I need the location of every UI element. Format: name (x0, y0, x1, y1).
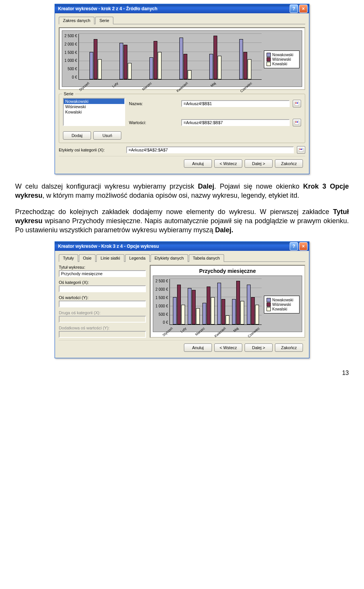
chart-bar (124, 45, 127, 79)
x-category-labels-label: Etykiety osi kategorii (X): (59, 148, 123, 152)
range-picker-icon[interactable] (297, 146, 305, 154)
svg-rect-1 (295, 102, 297, 104)
x-axis-field[interactable] (59, 285, 146, 292)
close-button[interactable]: × (299, 242, 308, 250)
tabs: Tytuły Osie Linie siatki Legenda Etykiet… (59, 254, 305, 262)
chart-preview: Przychody miesięczne 2 500 € 2 000 € 1 5… (150, 265, 305, 338)
chart-plot-area (78, 34, 262, 80)
tab-data-range[interactable]: Zakres danych (59, 17, 94, 24)
tab-data-labels[interactable]: Etykiety danych (151, 254, 188, 262)
body-paragraph: Przechodząc do kolejnych zakładek dodaje… (15, 207, 349, 235)
chart-plot-area (169, 279, 262, 325)
x-axis-labels: StyczeńLutyMarzecKwiecieńMajCzerwiec (155, 326, 262, 330)
next-button[interactable]: Dalej > (245, 343, 273, 352)
chart-bar (192, 290, 196, 324)
cancel-button[interactable]: Anuluj (184, 159, 212, 168)
add-button[interactable]: Dodaj (63, 131, 91, 140)
chart-bar (177, 285, 181, 325)
x-axis2-field (59, 316, 146, 323)
x-axis-label: Oś kategorii (X): (59, 280, 146, 285)
y-axis-ticks: 2 500 € 2 000 € 1 500 € 1 000 € 500 € 0 … (155, 279, 169, 324)
chart-bar (188, 70, 191, 79)
cancel-button[interactable]: Anuluj (184, 343, 212, 352)
tabs: Zakres danych Serie (59, 16, 305, 24)
tab-gridlines[interactable]: Linie siatki (96, 254, 124, 262)
chart-preview-title: Przychody miesięczne (153, 268, 302, 274)
body-paragraph: W celu dalszej konfiguracji wykresu wybi… (15, 182, 349, 200)
next-button[interactable]: Dalej > (245, 159, 273, 168)
tab-series[interactable]: Serie (95, 17, 113, 24)
help-button[interactable]: ? (290, 5, 298, 13)
series-list-item[interactable]: Wiśniewski (64, 104, 124, 109)
series-list-item[interactable]: Nowakowski (64, 99, 124, 104)
chart-bar (221, 299, 225, 324)
back-button[interactable]: < Wstecz (214, 343, 242, 352)
chart-bar (98, 59, 102, 79)
chart-bar (248, 59, 251, 79)
chart-bar (240, 301, 244, 324)
tab-legend[interactable]: Legenda (125, 254, 150, 262)
tab-axes[interactable]: Osie (79, 254, 96, 262)
range-picker-icon[interactable] (293, 100, 301, 107)
chart-bar (188, 288, 191, 324)
close-button[interactable]: × (299, 5, 308, 13)
chart-bar (154, 41, 157, 79)
chart-legend: Nowakowski Wiśniewski Kowalski (264, 296, 300, 313)
chart-bar (236, 281, 240, 324)
chart-bar (226, 315, 229, 324)
range-picker-icon[interactable] (293, 119, 301, 126)
chart-bar (209, 54, 213, 79)
svg-rect-8 (301, 149, 302, 150)
series-listbox[interactable]: NowakowskiWiśniewskiKowalski (63, 98, 125, 126)
finish-button[interactable]: Zakończ (275, 343, 303, 352)
series-groupbox: Serie NowakowskiWiśniewskiKowalski Dodaj… (59, 94, 305, 143)
dialog-title: Kreator wykresów - Krok 3 z 4 - Opcje wy… (58, 244, 159, 249)
chart-bar (207, 287, 210, 325)
values-label: Wartości: (129, 120, 178, 125)
dialog-footer: Anuluj < Wstecz Dalej > Zakończ (59, 156, 305, 171)
y-axis-field[interactable] (59, 301, 146, 307)
chart-bar (179, 38, 183, 79)
values-field[interactable] (181, 119, 290, 126)
chart-bar (213, 36, 217, 79)
page-number: 13 (15, 370, 349, 376)
chart-bar (173, 297, 177, 324)
chart-bar (243, 52, 247, 79)
dialog-footer: Anuluj < Wstecz Dalej > Zakończ (59, 340, 305, 355)
finish-button[interactable]: Zakończ (275, 159, 303, 168)
chart-bar (128, 63, 132, 79)
dialog-title: Kreator wykresów - krok 2 z 4 - Źródło d… (58, 6, 157, 11)
titlebar: Kreator wykresów - Krok 3 z 4 - Opcje wy… (55, 242, 309, 251)
help-button[interactable]: ? (290, 242, 298, 250)
svg-rect-4 (295, 121, 297, 123)
chart-bar (119, 43, 123, 79)
chart-bar (255, 305, 259, 325)
chart-wizard-step2-dialog: Kreator wykresów - krok 2 z 4 - Źródło d… (55, 4, 309, 174)
name-field[interactable] (181, 100, 290, 107)
x-axis-labels: StyczeńLutyMarzecKwiecieńMajCzerwiec (64, 81, 262, 85)
y-axis2-label: Dodatkowa oś wartości (Y): (59, 326, 146, 330)
chart-bar (239, 39, 243, 79)
chart-legend: Nowakowski Wiśniewski Kowalski (264, 50, 300, 68)
chart-title-label: Tytuł wykresu: (59, 265, 146, 269)
chart-bar (211, 297, 215, 324)
series-group-label: Serie (62, 91, 75, 96)
x-category-labels-field[interactable] (126, 146, 294, 153)
chart-bar (251, 297, 255, 324)
x-axis2-label: Druga oś kategorii (X): (59, 310, 146, 315)
chart-title-field[interactable] (59, 270, 146, 277)
name-label: Nazwa: (129, 101, 178, 106)
tab-data-table[interactable]: Tabela danych (189, 254, 224, 262)
chart-bar (247, 285, 251, 325)
y-axis-label: Oś wartości (Y): (59, 295, 146, 300)
series-list-item[interactable]: Kowalski (64, 109, 124, 115)
chart-bar (196, 308, 200, 324)
chart-wizard-step3-dialog: Kreator wykresów - Krok 3 z 4 - Opcje wy… (55, 241, 309, 358)
chart-bar (181, 305, 185, 325)
back-button[interactable]: < Wstecz (214, 159, 242, 168)
chart-bar (217, 283, 221, 324)
remove-button[interactable]: Usuń (93, 131, 121, 140)
chart-bar (184, 54, 187, 79)
svg-rect-2 (297, 102, 298, 104)
tab-titles[interactable]: Tytuły (59, 254, 78, 262)
